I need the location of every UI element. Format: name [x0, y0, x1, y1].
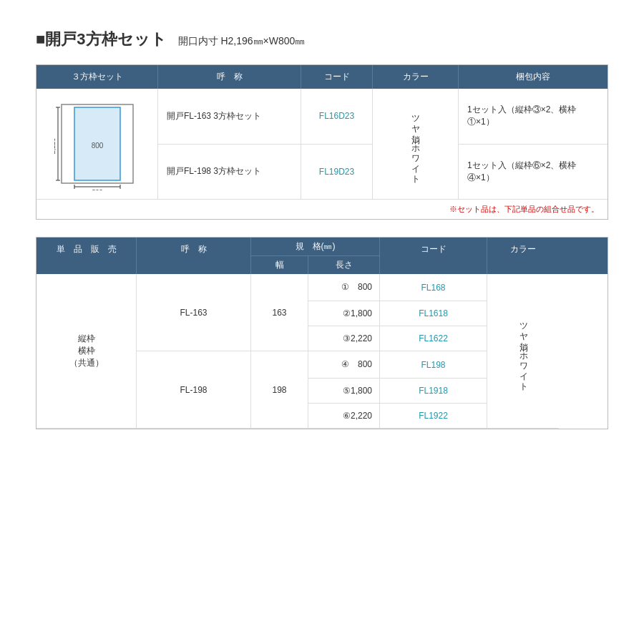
- bottom-table: 単 品 販 売 呼 称 規 格(㎜) 幅 長さ コード カラー 縦枠 横枠 （共…: [36, 237, 608, 429]
- bottom-header-code: コード: [380, 238, 487, 274]
- label-横枠: 横枠: [78, 345, 95, 357]
- bottom-color-col: ツヤ消しホワイト: [487, 274, 559, 429]
- svg-text:800: 800: [91, 142, 103, 150]
- row3-code: FL1622: [380, 326, 487, 351]
- top-header-col1: ３方枠セット: [36, 65, 158, 89]
- row5-code: FL1918: [380, 379, 487, 404]
- specs-main-label: 規 格(㎜): [251, 238, 379, 256]
- svg-text:2,220: 2,220: [54, 138, 57, 155]
- fl198-name: FL-198: [137, 351, 251, 429]
- row2-length: ②1,800: [308, 301, 380, 326]
- top-row2-name: 開戸FL-198 3方枠セット: [158, 145, 301, 200]
- bottom-header-col1: 単 品 販 売: [36, 238, 137, 274]
- top-note: ※セット品は、下記単品の組合せ品です。: [36, 200, 608, 219]
- row4-length: ④ 800: [308, 351, 380, 379]
- svg-text:800: 800: [92, 188, 102, 190]
- top-header-col3: コード: [301, 65, 373, 89]
- fl198-width: 198: [251, 351, 308, 429]
- specs-sub-length: 長さ: [308, 256, 380, 274]
- fl163-width: 163: [251, 274, 308, 351]
- row6-length: ⑥2,220: [308, 404, 380, 429]
- label-縦枠: 縦枠: [78, 333, 95, 345]
- bottom-table-header-row: 単 品 販 売 呼 称 規 格(㎜) 幅 長さ コード カラー: [36, 238, 608, 274]
- label-共通: （共通）: [69, 357, 104, 369]
- bottom-table-body: 縦枠 横枠 （共通） FL-163 163 ① 800 FL168 ②1,800…: [36, 274, 608, 429]
- top-row2-contents: 1セット入（縦枠⑥×2、横枠④×1）: [459, 145, 608, 200]
- top-table-header-row: ３方枠セット 呼 称 コード カラー 梱包内容: [36, 65, 608, 89]
- top-row1-contents: 1セット入（縦枠③×2、横枠①×1）: [459, 89, 608, 145]
- row6-code: FL1922: [380, 404, 487, 429]
- top-row2-code: FL19D23: [301, 145, 373, 200]
- page-title: ■開戸3方枠セット 開口内寸 H2,196㎜×W800㎜: [36, 29, 608, 50]
- row4-code: FL198: [380, 351, 487, 379]
- bottom-header-col2: 呼 称: [137, 238, 251, 274]
- bottom-header-color: カラー: [487, 238, 559, 274]
- row5-length: ⑤1,800: [308, 379, 380, 404]
- title-main: ■開戸3方枠セット: [36, 29, 167, 50]
- top-color-cell: ツヤ消しホワイト: [373, 89, 459, 200]
- top-header-col4: カラー: [373, 65, 459, 89]
- door-diagram-svg: 2,220 800 800: [54, 97, 140, 190]
- top-header-col5: 梱包内容: [459, 65, 608, 89]
- row2-code: FL1618: [380, 301, 487, 326]
- fl163-name: FL-163: [137, 274, 251, 351]
- row1-length: ① 800: [308, 274, 380, 301]
- top-table-body: 2,220 800 800 開戸FL-163 3方枠セット FL16D23 ツヤ…: [36, 89, 608, 219]
- label-col: 縦枠 横枠 （共通）: [36, 274, 137, 429]
- row1-code: FL168: [380, 274, 487, 301]
- top-row1-code: FL16D23: [301, 89, 373, 145]
- row3-length: ③2,220: [308, 326, 380, 351]
- top-table: ３方枠セット 呼 称 コード カラー 梱包内容 2,220: [36, 64, 608, 220]
- diagram-cell: 2,220 800 800: [36, 89, 158, 200]
- top-row1-name: 開戸FL-163 3方枠セット: [158, 89, 301, 145]
- specs-sub-width: 幅: [251, 256, 308, 274]
- specs-sub-headers: 幅 長さ: [251, 256, 379, 274]
- top-header-col2: 呼 称: [158, 65, 301, 89]
- bottom-header-specs: 規 格(㎜) 幅 長さ: [251, 238, 380, 274]
- title-sub: 開口内寸 H2,196㎜×W800㎜: [178, 35, 306, 48]
